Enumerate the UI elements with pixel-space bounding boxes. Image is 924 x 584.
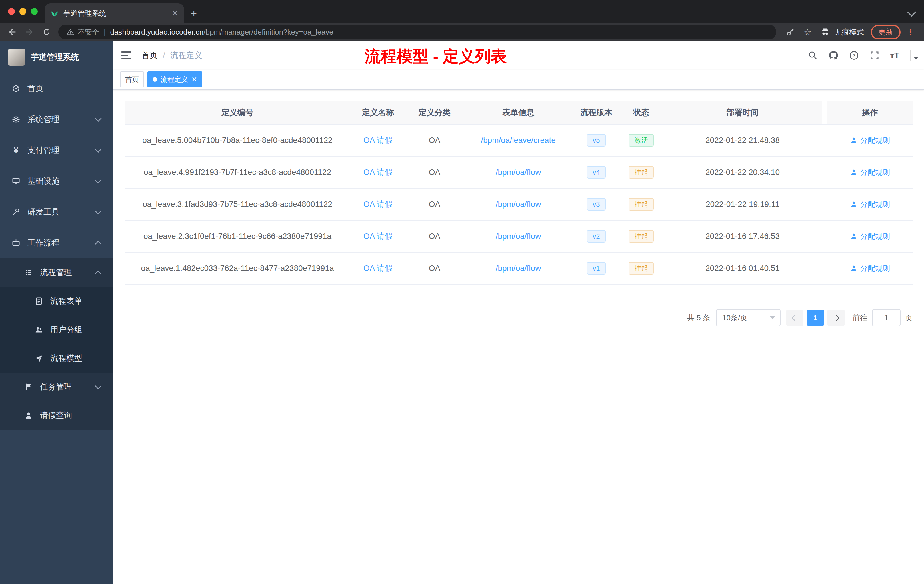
- page-size-select[interactable]: 10条/页: [716, 309, 780, 326]
- sidebar-item-user-group[interactable]: 用户分组: [0, 315, 113, 344]
- window-controls[interactable]: [8, 8, 38, 15]
- version-badge: v2: [587, 230, 606, 243]
- definition-name-link[interactable]: OA 请假: [363, 199, 393, 210]
- cell-deploy-time: 2022-01-22 20:34:10: [663, 157, 822, 188]
- form-info-link[interactable]: /bpm/oa/flow: [496, 232, 541, 241]
- page-1-button[interactable]: 1: [807, 310, 824, 326]
- sidebar-item-process-model[interactable]: 流程模型: [0, 344, 113, 373]
- main-panel: 首页 / 流程定义 流程模型 - 定义列表 ? тT: [113, 41, 924, 584]
- sidebar-item-task-management[interactable]: 任务管理: [0, 373, 113, 401]
- user-icon: [850, 201, 858, 208]
- total-count: 共 5 条: [687, 313, 710, 323]
- prev-page-button[interactable]: [786, 310, 804, 326]
- sidebar-item-process-form[interactable]: 流程表单: [0, 287, 113, 315]
- goto-page: 前往 页: [853, 309, 912, 326]
- pagination: 共 5 条 10条/页 1 前往 页: [125, 309, 912, 326]
- key-icon[interactable]: [786, 27, 796, 37]
- sidebar-item-payment[interactable]: ¥支付管理: [0, 135, 113, 166]
- maximize-window-button[interactable]: [31, 8, 38, 15]
- cell-category: OA: [406, 125, 464, 156]
- reload-icon[interactable]: [42, 27, 51, 37]
- chevron-down-icon: [94, 208, 101, 214]
- goto-page-input[interactable]: [872, 309, 901, 326]
- app: 芋道管理系统 首页系统管理¥支付管理基础设施研发工具工作流程流程管理流程表单用户…: [0, 41, 924, 584]
- tab-close-icon[interactable]: ✕: [172, 8, 178, 18]
- col-form-info: 表单信息: [464, 101, 573, 124]
- sidebar-item-process-management[interactable]: 流程管理: [0, 258, 113, 287]
- payment-icon: ¥: [12, 146, 21, 155]
- gear-icon: [12, 115, 21, 124]
- url-separator: |: [104, 28, 106, 36]
- tag-close-icon[interactable]: ✕: [191, 76, 197, 83]
- status-badge: 挂起: [629, 262, 654, 275]
- logo-title: 芋道管理系统: [31, 52, 79, 63]
- address-bar[interactable]: 不安全 | dashboard.yudao.iocoder.cn /bpm/ma…: [58, 25, 776, 40]
- chevron-down-icon: [94, 146, 101, 153]
- assign-rule-link[interactable]: 分配规则: [850, 264, 890, 274]
- sidebar-logo[interactable]: 芋道管理系统: [0, 41, 113, 73]
- sidebar-item-devtools[interactable]: 研发工具: [0, 196, 113, 228]
- screen: 芋道管理系统 ✕ + 不安全 | dashboard.yudao.iocoder…: [0, 0, 924, 584]
- table-row: oa_leave:3:1fad3d93-7b75-11ec-a3c8-acde4…: [125, 188, 912, 221]
- user-icon: [850, 233, 858, 240]
- fullscreen-icon[interactable]: [870, 50, 880, 61]
- security-label[interactable]: 不安全: [78, 27, 99, 37]
- definition-name-link[interactable]: OA 请假: [363, 263, 393, 274]
- minimize-window-button[interactable]: [20, 8, 26, 15]
- browser-tab[interactable]: 芋道管理系统 ✕: [45, 3, 184, 23]
- next-page-button[interactable]: [827, 310, 845, 326]
- cell-category: OA: [406, 157, 464, 188]
- github-icon[interactable]: [828, 50, 838, 61]
- assign-rule-link[interactable]: 分配规则: [850, 200, 890, 210]
- user-icon: [850, 265, 858, 272]
- col-definition-name: 定义名称: [350, 101, 406, 124]
- new-tab-button[interactable]: +: [191, 7, 197, 20]
- tag-home[interactable]: 首页: [120, 71, 144, 87]
- form-info-link[interactable]: /bpm/oa/flow: [496, 168, 541, 177]
- form-info-link[interactable]: /bpm/oa/flow: [496, 200, 541, 209]
- tab-search-chevron-icon[interactable]: [907, 8, 916, 16]
- bookmark-star-icon[interactable]: ☆: [804, 27, 812, 37]
- chevron-down-icon: [94, 115, 101, 122]
- form-info-link[interactable]: /bpm/oa/flow: [496, 264, 541, 273]
- app-header: 首页 / 流程定义 流程模型 - 定义列表 ? тT: [113, 41, 924, 70]
- update-button[interactable]: 更新: [871, 25, 901, 40]
- version-badge: v5: [587, 134, 606, 147]
- close-window-button[interactable]: [8, 8, 15, 15]
- breadcrumb-home[interactable]: 首页: [142, 50, 158, 61]
- user-avatar[interactable]: [910, 50, 911, 61]
- definition-name-link[interactable]: OA 请假: [363, 135, 393, 146]
- form-info-link[interactable]: /bpm/oa/leave/create: [481, 136, 556, 145]
- sidebar-item-system[interactable]: 系统管理: [0, 104, 113, 135]
- sidebar-item-infrastructure[interactable]: 基础设施: [0, 166, 113, 196]
- cell-category: OA: [406, 221, 464, 252]
- font-size-icon[interactable]: тT: [890, 51, 899, 60]
- version-badge: v1: [587, 262, 606, 275]
- sidebar-toggle-icon[interactable]: [121, 51, 132, 59]
- assign-rule-link[interactable]: 分配规则: [850, 231, 890, 241]
- back-icon[interactable]: [7, 27, 17, 37]
- cell-deploy-time: 2022-01-16 17:46:53: [663, 221, 822, 252]
- assign-rule-link[interactable]: 分配规则: [850, 135, 890, 145]
- sidebar-item-home[interactable]: 首页: [0, 73, 113, 104]
- breadcrumb-current: 流程定义: [170, 50, 202, 61]
- sidebar-item-workflow[interactable]: 工作流程: [0, 228, 113, 258]
- assign-rule-link[interactable]: 分配规则: [850, 167, 890, 177]
- avatar-image: [910, 50, 911, 61]
- browser-menu-icon[interactable]: ⋮: [906, 27, 915, 37]
- tools-icon: [12, 208, 21, 216]
- sidebar-item-leave-query[interactable]: 请假查询: [0, 401, 113, 430]
- search-icon[interactable]: [808, 50, 818, 61]
- cell-definition-id: oa_leave:2:3c1f0ef1-76b1-11ec-9c66-a2380…: [125, 221, 350, 252]
- logo-avatar: [8, 49, 25, 66]
- table-body: oa_leave:5:004b710b-7b8a-11ec-8ef0-acde4…: [125, 125, 912, 285]
- dashboard-icon: [12, 84, 21, 93]
- help-icon[interactable]: ?: [849, 50, 859, 61]
- definition-name-link[interactable]: OA 请假: [363, 231, 393, 242]
- tag-process-definition[interactable]: 流程定义 ✕: [147, 71, 202, 87]
- forward-icon[interactable]: [25, 27, 34, 37]
- leave-icon: [24, 411, 33, 420]
- not-secure-icon: [66, 28, 74, 36]
- form-icon: [34, 297, 43, 306]
- definition-name-link[interactable]: OA 请假: [363, 167, 393, 178]
